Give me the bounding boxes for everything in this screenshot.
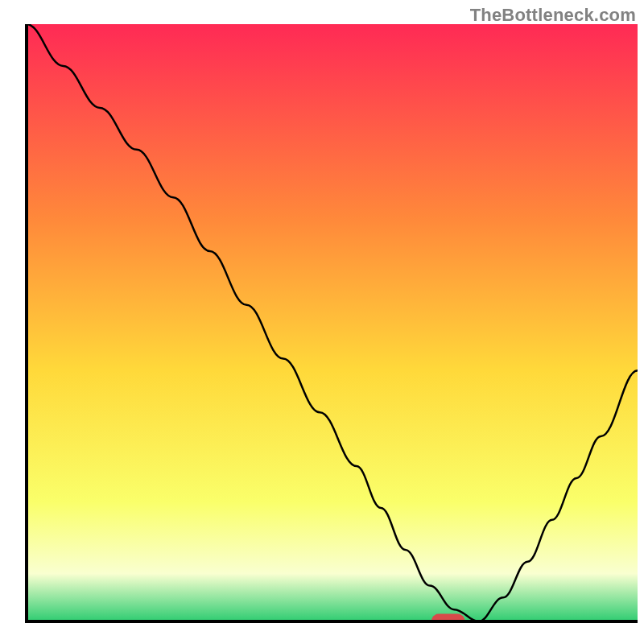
bottleneck-chart — [0, 0, 644, 644]
chart-container: TheBottleneck.com — [0, 0, 644, 644]
plot-background — [27, 24, 638, 621]
attribution-text: TheBottleneck.com — [470, 5, 636, 26]
